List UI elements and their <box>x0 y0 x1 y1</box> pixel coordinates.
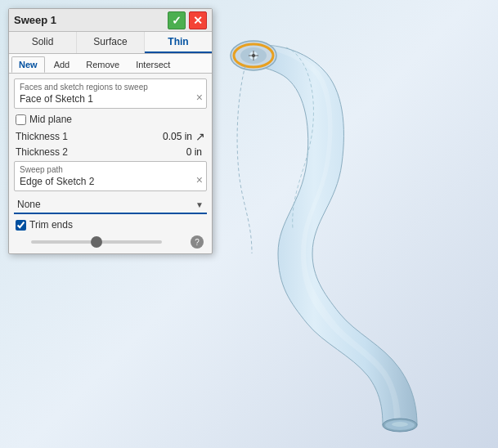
thickness1-arrow-icon[interactable]: ↗ <box>195 130 205 143</box>
sweep-panel: Sweep 1 ✓ ✕ Solid Surface Thin New Add R… <box>8 8 213 254</box>
main-tabs: Solid Surface Thin <box>9 32 212 54</box>
thickness1-value: 0.05 in <box>163 131 192 142</box>
slider-thumb[interactable] <box>91 236 102 248</box>
tab-surface[interactable]: Surface <box>77 32 145 53</box>
none-dropdown-arrow-icon: ▼ <box>195 200 204 209</box>
thickness2-value: 0 in <box>186 146 202 158</box>
panel-titlebar: Sweep 1 ✓ ✕ <box>9 9 212 32</box>
none-dropdown[interactable]: None ▼ <box>14 196 207 214</box>
sweep-path-value: Edge of Sketch 2 <box>20 176 201 187</box>
thickness1-label: Thickness 1 <box>16 131 163 142</box>
sketch-region-value: Face of Sketch 1 <box>20 93 201 105</box>
tab-solid[interactable]: Solid <box>9 32 77 53</box>
sub-tab-remove[interactable]: Remove <box>79 56 127 73</box>
titlebar-buttons: ✓ ✕ <box>168 11 207 29</box>
cancel-button[interactable]: ✕ <box>189 11 207 29</box>
sketch-region-box[interactable]: Faces and sketch regions to sweep Face o… <box>14 78 207 109</box>
sweep-3d-shape <box>180 0 498 448</box>
sketch-region-clear-button[interactable]: × <box>196 91 203 104</box>
trim-ends-row: Trim ends <box>14 219 207 231</box>
sub-tab-intersect[interactable]: Intersect <box>128 56 177 73</box>
sweep-path-box[interactable]: Sweep path Edge of Sketch 2 × <box>14 161 207 191</box>
sub-tab-new[interactable]: New <box>11 56 45 73</box>
panel-body: Faces and sketch regions to sweep Face o… <box>9 74 212 253</box>
help-icon[interactable]: ? <box>191 235 204 249</box>
tab-thin[interactable]: Thin <box>145 32 212 53</box>
trim-ends-label[interactable]: Trim ends <box>29 219 73 231</box>
sketch-region-label: Faces and sketch regions to sweep <box>20 83 201 92</box>
none-dropdown-label: None <box>17 199 195 210</box>
panel-title: Sweep 1 <box>14 14 56 26</box>
mid-plane-label[interactable]: Mid plane <box>29 114 72 125</box>
thickness1-row: Thickness 1 0.05 in ↗ <box>14 130 207 143</box>
sub-tabs: New Add Remove Intersect <box>9 54 212 74</box>
sweep-path-label: Sweep path <box>20 165 201 174</box>
thickness2-label: Thickness 2 <box>16 146 186 158</box>
sweep-path-clear-button[interactable]: × <box>196 173 203 186</box>
mid-plane-row: Mid plane <box>14 114 207 125</box>
sub-tab-add[interactable]: Add <box>47 56 78 73</box>
confirm-button[interactable]: ✓ <box>168 11 186 29</box>
slider-row: ? <box>14 235 207 249</box>
slider-track[interactable] <box>31 240 162 244</box>
mid-plane-checkbox[interactable] <box>16 114 26 125</box>
svg-point-2 <box>392 422 408 427</box>
thickness2-row: Thickness 2 0 in <box>14 146 207 158</box>
trim-ends-checkbox[interactable] <box>16 220 26 231</box>
